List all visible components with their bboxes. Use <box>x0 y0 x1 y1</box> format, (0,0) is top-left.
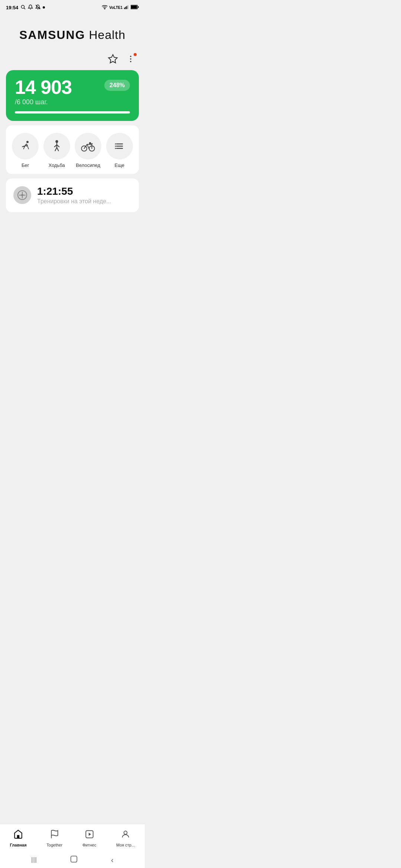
workout-info: 1:21:55 Тренировки на этой неде... <box>37 186 111 205</box>
activity-item-more[interactable]: Еще <box>106 133 133 168</box>
svg-line-1 <box>24 8 25 9</box>
svg-point-15 <box>26 141 29 143</box>
workout-icon-circle <box>13 186 31 204</box>
svg-rect-9 <box>131 6 137 9</box>
status-left: 19:54 <box>6 4 45 11</box>
time-display: 19:54 <box>6 5 18 10</box>
samsung-text: SAMSUNG <box>19 28 85 42</box>
svg-point-29 <box>115 146 116 147</box>
svg-rect-10 <box>138 6 139 8</box>
more-options-button[interactable] <box>124 52 137 66</box>
svg-point-28 <box>115 144 116 145</box>
workout-subtitle: Тренировки на этой неде... <box>37 198 111 205</box>
bell-mute-icon <box>35 4 40 11</box>
run-label: Бег <box>22 162 29 168</box>
activity-item-walk[interactable]: Ходьба <box>43 133 70 168</box>
more-icon-circle <box>106 133 133 160</box>
svg-point-14 <box>130 61 131 62</box>
status-right: VoLTE1 <box>102 5 139 10</box>
toolbar-row <box>0 49 145 69</box>
svg-marker-11 <box>108 55 117 63</box>
bike-icon-circle <box>75 133 101 160</box>
battery-icon <box>131 5 139 10</box>
svg-point-12 <box>130 56 131 57</box>
run-icon-circle <box>12 133 39 160</box>
wifi-icon <box>102 5 108 10</box>
svg-line-21 <box>57 148 59 151</box>
dot-indicator <box>43 6 45 9</box>
bike-label: Велосипед <box>76 162 100 168</box>
svg-rect-5 <box>125 7 126 9</box>
activity-item-bike[interactable]: Велосипед <box>75 133 101 168</box>
svg-line-20 <box>55 148 57 151</box>
signal-icon <box>124 5 129 10</box>
activity-grid: Бег Ходьба <box>10 133 135 168</box>
steps-progress-bar <box>15 111 130 114</box>
activity-card: Бег Ходьба <box>6 125 139 174</box>
search-icon <box>20 4 26 11</box>
steps-count: 14 903 <box>15 78 72 97</box>
workout-time: 1:21:55 <box>37 186 111 197</box>
favorite-button[interactable] <box>106 52 120 66</box>
app-title: SAMSUNG Health <box>7 28 137 42</box>
svg-rect-7 <box>127 5 128 9</box>
progress-bar-fill <box>15 111 130 114</box>
lte-icon: VoLTE1 <box>109 6 123 10</box>
app-header: SAMSUNG Health <box>0 13 145 49</box>
workout-card[interactable]: 1:21:55 Тренировки на этой неде... <box>6 178 139 212</box>
steps-goal: /6 000 шаг. <box>15 98 72 106</box>
svg-point-0 <box>22 5 25 8</box>
steps-percent-badge: 248% <box>104 80 130 91</box>
svg-point-13 <box>130 58 131 60</box>
walk-icon-circle <box>43 133 70 160</box>
svg-point-24 <box>89 142 91 144</box>
notification-dot <box>134 53 137 56</box>
health-text: Health <box>85 28 125 42</box>
status-bar: 19:54 VoLTE1 <box>0 0 145 13</box>
svg-rect-4 <box>124 7 125 9</box>
svg-point-3 <box>104 9 105 9</box>
svg-rect-6 <box>126 6 127 9</box>
walk-label: Ходьба <box>49 162 65 168</box>
more-label: Еще <box>115 162 124 168</box>
steps-card[interactable]: 14 903 /6 000 шаг. 248% <box>6 70 139 121</box>
svg-point-30 <box>115 148 116 149</box>
bell-icon <box>28 4 33 11</box>
activity-item-run[interactable]: Бег <box>12 133 39 168</box>
